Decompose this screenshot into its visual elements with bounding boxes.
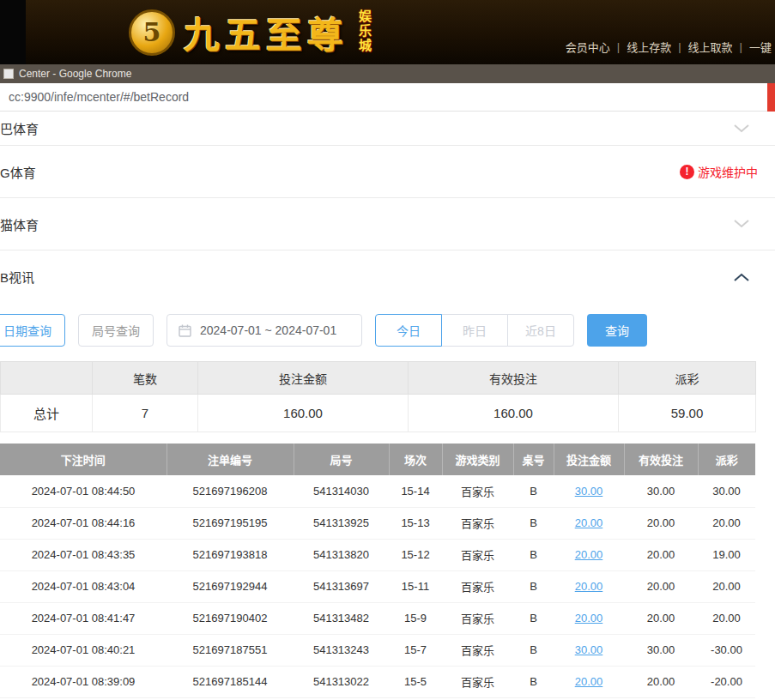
nav-separator: | — [617, 40, 620, 53]
cell-bet[interactable]: 20.00 — [554, 539, 624, 570]
chrome-titlebar: Center - Google Chrome — [0, 64, 775, 83]
nav-link[interactable]: 一键 — [749, 39, 772, 55]
column-header: 局号 — [294, 444, 389, 475]
table-row: 2024-07-01 08:41:47521697190402541313482… — [0, 602, 755, 634]
nav-separator: | — [740, 40, 742, 53]
cell-bet_id: 521697187551 — [167, 634, 294, 666]
cell-bet_id: 521697193818 — [167, 539, 294, 570]
summary-valid-bet: 160.00 — [409, 395, 619, 432]
accordion-label: B视讯 — [0, 268, 34, 286]
chevron-down-icon[interactable] — [734, 220, 749, 228]
bet-amount-link[interactable]: 20.00 — [575, 580, 603, 593]
round-query-button[interactable]: 局号查询 — [78, 314, 154, 347]
column-header: 注单编号 — [167, 444, 294, 475]
site-header: 5 九五至尊 娱乐城 会员中心|线上存款|线上取款|一键 — [0, 0, 775, 64]
summary-total-row: 总计 7 160.00 160.00 59.00 — [1, 395, 756, 432]
url-bar[interactable]: cc:9900/infe/mcenter/#/betRecord — [0, 83, 775, 112]
cell-round: 541313243 — [294, 634, 389, 666]
cell-table_no: B — [513, 602, 554, 634]
nav-link[interactable]: 会员中心 — [566, 39, 610, 55]
bet-amount-link[interactable]: 30.00 — [575, 643, 603, 656]
table-row: 2024-07-01 08:43:35521697193818541313820… — [0, 539, 755, 570]
date-range-input[interactable]: 2024-07-01 ~ 2024-07-01 — [167, 314, 362, 347]
date-range-value: 2024-07-01 ~ 2024-07-01 — [200, 323, 336, 337]
accordion-sports-1[interactable]: 巴体育 — [0, 112, 775, 146]
summary-column-header: 有效投注 — [409, 362, 619, 395]
cell-bet_id: 521697185144 — [167, 666, 294, 697]
cell-bet_id: 521697192944 — [167, 570, 294, 602]
table-row: 2024-07-01 08:39:09521697185144541313022… — [0, 666, 755, 697]
column-header: 下注时间 — [0, 444, 167, 475]
cell-bet[interactable]: 20.00 — [554, 570, 624, 602]
accordion-live-casino[interactable]: B视讯 — [0, 250, 775, 303]
column-header: 派彩 — [698, 444, 755, 475]
url-text[interactable]: cc:9900/infe/mcenter/#/betRecord — [9, 90, 189, 104]
accordion-label: 猫体育 — [0, 215, 39, 233]
chevron-down-icon[interactable] — [734, 124, 749, 133]
cell-payout: 20.00 — [698, 602, 755, 634]
cell-bet[interactable]: 20.00 — [554, 666, 624, 697]
bet-amount-link[interactable]: 30.00 — [575, 485, 603, 498]
bet-table-header-row: 下注时间注单编号局号场次游戏类别桌号投注金额有效投注派彩 — [0, 444, 755, 475]
cell-table_no: B — [513, 539, 554, 570]
cell-valid: 20.00 — [624, 539, 698, 570]
window-title: Center - Google Chrome — [19, 68, 131, 80]
cell-valid: 20.00 — [624, 507, 698, 539]
cell-bet[interactable]: 30.00 — [554, 634, 624, 666]
bet-amount-link[interactable]: 20.00 — [575, 516, 603, 529]
cell-session: 15-11 — [389, 570, 442, 602]
date-query-button[interactable]: 日期查询 — [0, 314, 65, 347]
favicon-icon — [3, 69, 14, 79]
logo-subtitle: 娱乐城 — [355, 9, 373, 56]
summary-total-label: 总计 — [1, 395, 93, 432]
search-button[interactable]: 查询 — [587, 314, 647, 347]
cell-bet[interactable]: 30.00 — [554, 475, 624, 507]
bet-amount-link[interactable]: 20.00 — [575, 548, 603, 561]
cell-bet_id: 521697195195 — [167, 507, 294, 539]
bet-amount-link[interactable]: 20.00 — [575, 612, 603, 625]
top-nav: 会员中心|线上存款|线上取款|一键 — [566, 39, 772, 55]
calendar-icon — [179, 324, 191, 337]
cell-bet[interactable]: 20.00 — [554, 507, 624, 539]
today-button[interactable]: 今日 — [375, 314, 442, 347]
accordion-sports-2[interactable]: G体育 ! 游戏维护中 — [0, 146, 775, 198]
cell-round: 541313482 — [294, 602, 389, 634]
filter-bar: 日期查询 局号查询 2024-07-01 ~ 2024-07-01 今日 昨日 … — [0, 313, 775, 347]
table-row: 2024-07-01 08:43:04521697192944541313697… — [0, 570, 755, 602]
accordion-sports-3[interactable]: 猫体育 — [0, 198, 775, 250]
table-row: 2024-07-01 08:44:16521697195195541313925… — [0, 507, 755, 539]
cell-round: 541313925 — [294, 507, 389, 539]
cell-game: 百家乐 — [442, 602, 513, 634]
site-logo: 5 九五至尊 娱乐城 — [129, 6, 373, 58]
chevron-up-icon[interactable] — [734, 273, 749, 281]
nav-link[interactable]: 线上存款 — [627, 39, 671, 55]
summary-payout: 59.00 — [619, 395, 756, 432]
summary-bet-amount: 160.00 — [198, 395, 409, 432]
cell-table_no: B — [513, 634, 554, 666]
cell-session: 15-14 — [389, 475, 442, 507]
cell-game: 百家乐 — [442, 539, 513, 570]
cell-valid: 20.00 — [624, 602, 698, 634]
cell-payout: -30.00 — [698, 634, 755, 666]
cell-bet[interactable]: 20.00 — [554, 602, 624, 634]
nav-link[interactable]: 线上取款 — [688, 39, 733, 55]
summary-column-header: 投注金额 — [198, 362, 409, 395]
quick-range-group: 今日 昨日 近8日 — [375, 314, 574, 347]
last-8-days-button[interactable]: 近8日 — [507, 314, 574, 347]
column-header: 有效投注 — [624, 444, 698, 475]
cell-session: 15-12 — [389, 539, 442, 570]
cell-table_no: B — [513, 570, 554, 602]
cell-round: 541313697 — [294, 570, 389, 602]
cell-valid: 20.00 — [624, 570, 698, 602]
nav-separator: | — [678, 40, 681, 53]
cell-payout: 20.00 — [698, 507, 755, 539]
yesterday-button[interactable]: 昨日 — [441, 314, 508, 347]
column-header: 场次 — [389, 444, 442, 475]
cell-round: 541313820 — [294, 539, 389, 570]
logo-title: 九五至尊 — [184, 6, 348, 58]
cell-round: 541314030 — [294, 475, 389, 507]
summary-column-header: 笔数 — [93, 362, 198, 395]
column-header: 桌号 — [513, 444, 554, 475]
cell-table_no: B — [513, 507, 554, 539]
bet-amount-link[interactable]: 20.00 — [575, 675, 603, 688]
